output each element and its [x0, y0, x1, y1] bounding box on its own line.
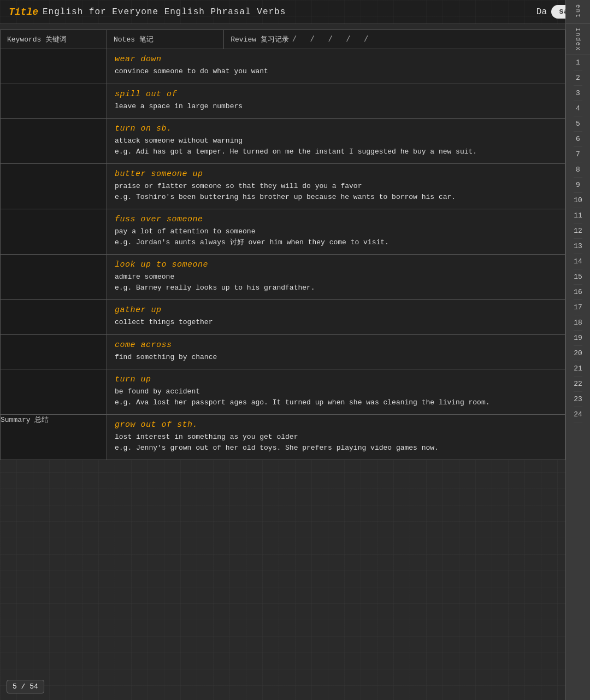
- definition-gather-up: collect things together: [115, 317, 557, 328]
- keyword-cell-wear-down: [1, 49, 107, 84]
- definition-spill-out-of: leave a space in large numbers: [115, 101, 557, 112]
- index-number-11[interactable]: 11: [574, 208, 582, 223]
- main-content: Keywords 关键词 Notes 笔记 Review 复习记录 / / / …: [0, 30, 565, 700]
- keyword-cell-turn-up: [1, 369, 107, 415]
- keyword-cell-spill-out-of: [1, 84, 107, 119]
- example-turn-on-sb: e.g. Adi has got a temper. He turned on …: [115, 146, 557, 157]
- entry-row-spill-out-of: spill out ofleave a space in large numbe…: [1, 84, 565, 119]
- index-number-18[interactable]: 18: [574, 315, 582, 331]
- index-number-19[interactable]: 19: [574, 331, 582, 346]
- entry-butter-someone-up: butter someone uppraise or flatter someo…: [107, 164, 565, 209]
- index-number-13[interactable]: 13: [574, 239, 582, 254]
- keyword-cell-gather-up: [1, 300, 107, 335]
- index-number-16[interactable]: 16: [574, 285, 582, 300]
- summary-entry: grow out of sth. lost interest in someth…: [107, 415, 565, 460]
- summary-example: e.g. Jenny's grown out of her old toys. …: [115, 443, 557, 454]
- keyword-cell-turn-on-sb: [1, 119, 107, 164]
- phrasal-verb-gather-up: gather up: [115, 305, 557, 315]
- index-number-14[interactable]: 14: [574, 254, 582, 269]
- notes-cell-turn-up: turn upbe found by accidente.g. Ava lost…: [107, 369, 565, 415]
- index-numbers: 123456789101112131415161718192021222324: [574, 55, 582, 422]
- content-label: ent: [566, 0, 590, 23]
- summary-phrasal-verb: grow out of sth.: [115, 420, 557, 430]
- index-number-21[interactable]: 21: [574, 361, 582, 377]
- notes-cell-fuss-over-someone: fuss over someonepay a lot of attention …: [107, 209, 565, 255]
- notes-cell-look-up-to-someone: look up to someoneadmire someonee.g. Bar…: [107, 255, 565, 300]
- index-number-2[interactable]: 2: [574, 70, 582, 86]
- definition-butter-someone-up: praise or flatter someone so that they w…: [115, 181, 557, 192]
- definition-come-across: find something by chance: [115, 352, 557, 363]
- index-number-12[interactable]: 12: [574, 223, 582, 239]
- entry-come-across: come acrossfind something by chance: [107, 335, 565, 369]
- entry-row-wear-down: wear downconvince someone to do what you…: [1, 49, 565, 84]
- keyword-cell-come-across: [1, 334, 107, 369]
- index-number-10[interactable]: 10: [574, 193, 582, 208]
- right-index: ent Index 123456789101112131415161718192…: [565, 0, 590, 700]
- entry-row-look-up-to-someone: look up to someoneadmire someonee.g. Bar…: [1, 255, 565, 300]
- book-title: English for Everyone English Phrasal Ver…: [43, 7, 286, 17]
- phrasal-verb-wear-down: wear down: [115, 55, 557, 64]
- title-label: Title: [9, 7, 38, 17]
- phrasal-verb-come-across: come across: [115, 340, 557, 350]
- entry-row-fuss-over-someone: fuss over someonepay a lot of attention …: [1, 209, 565, 255]
- keywords-header: Keywords 关键词: [1, 30, 107, 49]
- entry-row-turn-on-sb: turn on sb.attack someone without warnin…: [1, 119, 565, 164]
- index-number-8[interactable]: 8: [574, 162, 582, 178]
- entry-row-come-across: come acrossfind something by chance: [1, 334, 565, 369]
- index-number-23[interactable]: 23: [574, 392, 582, 407]
- definition-turn-up: be found by accident: [115, 386, 557, 397]
- example-look-up-to-someone: e.g. Barney really looks up to his grand…: [115, 283, 557, 293]
- entry-look-up-to-someone: look up to someoneadmire someonee.g. Bar…: [107, 255, 565, 299]
- summary-keyword-cell: Summary 总结: [1, 415, 107, 460]
- header: Title English for Everyone English Phras…: [0, 0, 590, 24]
- summary-notes-cell: grow out of sth. lost interest in someth…: [107, 415, 565, 460]
- index-number-22[interactable]: 22: [574, 377, 582, 392]
- review-header: Review 复习记录 / / / / /: [224, 30, 565, 49]
- index-number-7[interactable]: 7: [574, 147, 582, 162]
- index-number-17[interactable]: 17: [574, 300, 582, 315]
- notes-cell-come-across: come acrossfind something by chance: [107, 334, 565, 369]
- example-turn-up: e.g. Ava lost her passport ages ago. It …: [115, 397, 557, 408]
- index-number-3[interactable]: 3: [574, 86, 582, 101]
- entry-wear-down: wear downconvince someone to do what you…: [107, 49, 565, 84]
- content-table: Keywords 关键词 Notes 笔记 Review 复习记录 / / / …: [0, 30, 565, 460]
- index-number-24[interactable]: 24: [574, 407, 582, 422]
- phrasal-verb-turn-up: turn up: [115, 375, 557, 384]
- index-number-6[interactable]: 6: [574, 132, 582, 147]
- entry-gather-up: gather upcollect things together: [107, 300, 565, 334]
- entry-row-gather-up: gather upcollect things together: [1, 300, 565, 335]
- index-number-5[interactable]: 5: [574, 116, 582, 132]
- date-label: Da: [536, 7, 547, 17]
- entry-row-butter-someone-up: butter someone uppraise or flatter someo…: [1, 164, 565, 209]
- definition-turn-on-sb: attack someone without warning: [115, 136, 557, 146]
- index-number-9[interactable]: 9: [574, 178, 582, 193]
- example-butter-someone-up: e.g. Toshiro's been buttering his brothe…: [115, 192, 557, 203]
- summary-row: Summary 总结 grow out of sth. lost interes…: [1, 415, 565, 460]
- notes-header: Notes 笔记: [107, 30, 224, 49]
- entry-row-turn-up: turn upbe found by accidente.g. Ava lost…: [1, 369, 565, 415]
- notes-cell-spill-out-of: spill out ofleave a space in large numbe…: [107, 84, 565, 119]
- summary-definition: lost interest in something as you get ol…: [115, 432, 557, 443]
- entry-spill-out-of: spill out ofleave a space in large numbe…: [107, 84, 565, 119]
- entry-turn-up: turn upbe found by accidente.g. Ava lost…: [107, 369, 565, 414]
- entry-fuss-over-someone: fuss over someonepay a lot of attention …: [107, 209, 565, 254]
- definition-fuss-over-someone: pay a lot of attention to someone: [115, 226, 557, 237]
- phrasal-verb-fuss-over-someone: fuss over someone: [115, 215, 557, 224]
- example-fuss-over-someone: e.g. Jordan's aunts always 讨好 over him w…: [115, 237, 557, 248]
- page-number: 5 / 54: [7, 680, 44, 693]
- definition-look-up-to-someone: admire someone: [115, 272, 557, 283]
- notes-cell-gather-up: gather upcollect things together: [107, 300, 565, 335]
- index-number-1[interactable]: 1: [574, 55, 582, 70]
- definition-wear-down: convince someone to do what you want: [115, 66, 557, 77]
- index-number-15[interactable]: 15: [574, 269, 582, 285]
- phrasal-verb-look-up-to-someone: look up to someone: [115, 260, 557, 269]
- phrasal-verb-butter-someone-up: butter someone up: [115, 169, 557, 179]
- entry-turn-on-sb: turn on sb.attack someone without warnin…: [107, 119, 565, 163]
- notes-cell-turn-on-sb: turn on sb.attack someone without warnin…: [107, 119, 565, 164]
- index-number-4[interactable]: 4: [574, 101, 582, 116]
- keyword-cell-look-up-to-someone: [1, 255, 107, 300]
- keyword-cell-butter-someone-up: [1, 164, 107, 209]
- index-number-20[interactable]: 20: [574, 346, 582, 361]
- notes-cell-wear-down: wear downconvince someone to do what you…: [107, 49, 565, 84]
- index-label: Index: [566, 23, 590, 55]
